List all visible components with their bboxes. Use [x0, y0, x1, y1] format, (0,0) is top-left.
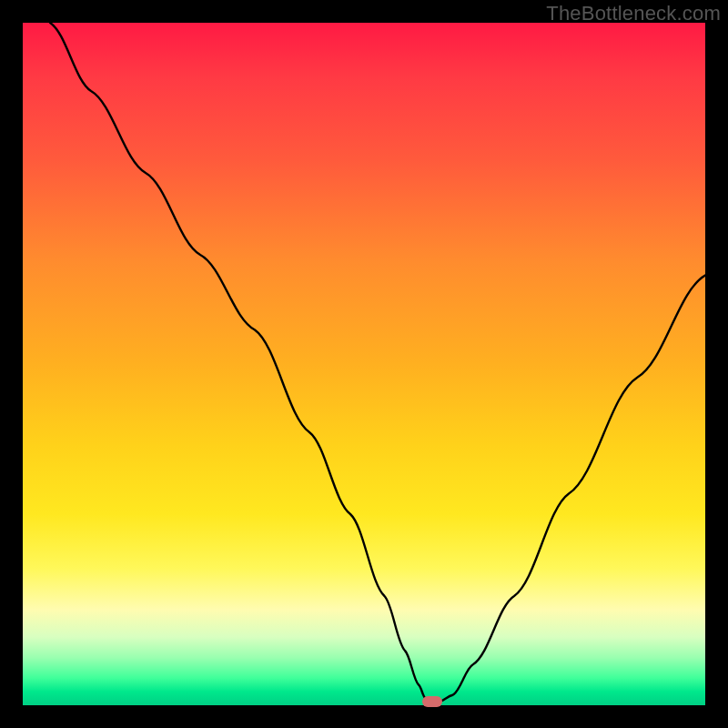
- plot-area: [23, 23, 705, 705]
- bottleneck-curve: [23, 23, 705, 705]
- minimum-marker: [422, 696, 442, 707]
- chart-frame: TheBottleneck.com: [0, 0, 728, 728]
